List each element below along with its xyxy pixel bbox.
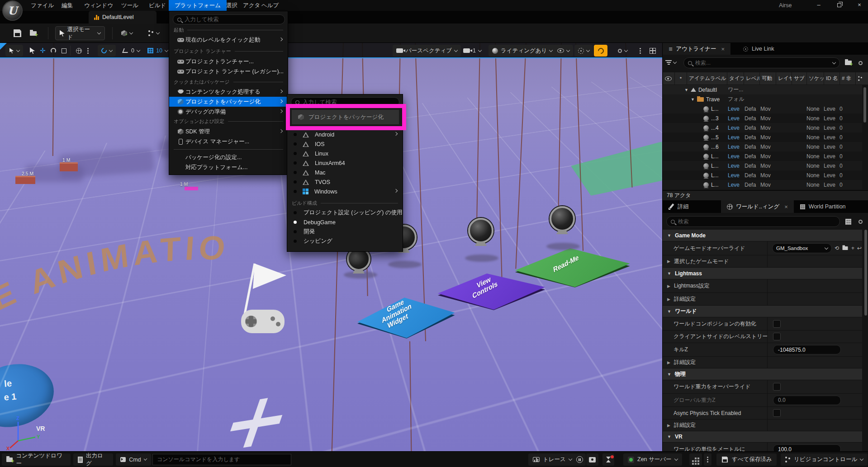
menu-item-supported-platforms[interactable]: 対応プラットフォーム... [169, 162, 288, 172]
platform-target-item[interactable]: Mac [287, 168, 403, 177]
row-selected-game-mode[interactable]: ▶選択したゲームモード [663, 255, 862, 268]
scale-tool[interactable] [58, 45, 70, 57]
platform-target-item[interactable]: Windows [287, 187, 403, 196]
cmd-dropdown[interactable]: Cmd [116, 453, 151, 466]
menu-window[interactable]: ウィンドウ [78, 0, 119, 11]
platform-target-item[interactable]: Linux [287, 149, 403, 158]
outliner-actor-row[interactable]: L... Leve Defa Mov None Leve 0 [663, 170, 862, 180]
client-streaming-checkbox[interactable] [773, 333, 781, 340]
save-button[interactable] [14, 26, 21, 40]
column-sublevel[interactable]: サブ [792, 72, 806, 85]
browse-asset-icon[interactable] [842, 246, 849, 250]
status-more-options[interactable] [704, 453, 711, 466]
blueprints-dropdown[interactable] [148, 26, 159, 40]
column-level[interactable]: レベル [744, 72, 759, 85]
trace-dropdown[interactable]: トレース [528, 453, 576, 466]
row-lightmass-settings[interactable]: ▶Lightmass設定 [663, 279, 862, 293]
maximize-viewport-button[interactable] [646, 45, 659, 57]
platform-target-item[interactable]: TVOS [287, 177, 403, 187]
zen-server-dropdown[interactable]: Zen サーバー [623, 453, 682, 466]
level-tab[interactable]: DefaultLevel [89, 11, 157, 24]
add-icon[interactable]: + [851, 245, 854, 251]
minimize-button[interactable]: – [811, 0, 826, 11]
menu-help[interactable]: ヘルプ [256, 0, 285, 11]
browse-content-button[interactable] [30, 26, 37, 40]
async-physics-checkbox[interactable] [773, 409, 781, 417]
add-actor-dropdown[interactable] [121, 26, 133, 40]
close-icon[interactable]: × [784, 203, 788, 210]
menu-item-prepare-debug[interactable]: デバッグの準備 [169, 107, 288, 117]
gravity-override-checkbox[interactable] [773, 383, 781, 391]
viewport-more-options[interactable] [636, 45, 645, 57]
outliner-settings-button[interactable] [855, 57, 866, 68]
outliner-world-row[interactable]: ▼ DefaultI ワー... [663, 85, 862, 94]
menu-item-package-project[interactable]: プロジェクトをパッケージ化 [169, 97, 288, 107]
column-type[interactable]: タイプ [727, 72, 744, 85]
save-all-button[interactable]: すべて保存済み [716, 453, 777, 466]
column-star[interactable]: * [675, 72, 687, 85]
sphere-actor[interactable] [550, 206, 575, 231]
show-flags-dropdown[interactable] [554, 45, 573, 57]
column-pin[interactable] [856, 72, 868, 85]
tab-world-settings[interactable]: ワールド..ィング × [721, 200, 794, 213]
kill-z-input[interactable]: -1048575.0 [773, 345, 841, 354]
use-selected-icon[interactable]: ⟲ [835, 245, 839, 251]
outliner-add-folder-button[interactable] [843, 57, 854, 68]
menu-file[interactable]: ファイル [25, 0, 60, 11]
screenshot-button[interactable] [586, 453, 598, 466]
angle-snap-dropdown[interactable]: 0 [119, 45, 143, 57]
build-config-item[interactable]: シッピング [287, 236, 403, 246]
pending-tasks-button[interactable] [602, 453, 614, 466]
expand-icon[interactable]: ▼ [684, 88, 688, 92]
pause-insights-button[interactable] [574, 453, 586, 466]
close-button[interactable]: × [852, 0, 867, 11]
category-world[interactable]: ▼ワールド [663, 306, 862, 317]
close-icon[interactable]: × [721, 46, 725, 52]
outliner-scrollbar[interactable] [863, 87, 866, 123]
derived-data-button[interactable] [689, 453, 702, 466]
row-world-advanced[interactable]: ▶詳細設定 [663, 357, 862, 368]
row-type-link[interactable]: Leve [728, 153, 740, 160]
row-type-link[interactable]: Leve [728, 172, 740, 179]
details-search-input[interactable]: 検索 [666, 216, 840, 227]
row-type-link[interactable]: Leve [728, 182, 740, 188]
column-socket[interactable]: ソケッ [807, 72, 824, 85]
row-physics-advanced[interactable]: ▶詳細設定 [663, 420, 862, 431]
console-command-input[interactable]: コンソールコマンドを入力します [152, 454, 291, 465]
column-id-name[interactable]: ID 名 [824, 72, 840, 85]
row-lightmass-advanced[interactable]: ▶詳細設定 [663, 293, 862, 306]
revision-control-dropdown[interactable]: リビジョンコントロール [781, 453, 868, 466]
details-settings-button[interactable] [855, 216, 866, 227]
details-scrollbar[interactable] [864, 230, 867, 316]
reset-icon[interactable]: ↩ [857, 245, 862, 251]
outliner-actor-row[interactable]: L... Leve Defa Mov None Leve 0 [663, 161, 862, 170]
details-display-button[interactable] [843, 216, 854, 227]
tab-live-link[interactable]: Live Link [737, 43, 780, 55]
game-view-dropdown[interactable] [574, 45, 593, 57]
output-log-button[interactable]: 出力ログ [73, 453, 113, 466]
category-lightmass[interactable]: ▼Lightmass [663, 268, 862, 279]
tab-details[interactable]: 詳細 [663, 200, 695, 213]
viewport-settings-dropdown[interactable] [614, 45, 631, 57]
outliner-actor-row[interactable]: L... Leve Defa Mov None Leve 0 [663, 104, 862, 113]
editor-mode-dropdown[interactable]: 選択モード [55, 26, 105, 40]
platform-target-item[interactable]: LinuxArm64 [287, 158, 403, 168]
surface-snapping-dropdown[interactable] [98, 45, 116, 57]
content-drawer-button[interactable]: コンテンツドロワー [2, 453, 71, 466]
build-config-item[interactable]: DebugGame [287, 217, 403, 227]
menu-item-quick-launch[interactable]: 現在のレベルをクイック起動 [169, 35, 288, 45]
global-gravity-input[interactable]: 0.0 [773, 396, 841, 405]
world-composition-checkbox[interactable] [773, 320, 781, 328]
row-type-link[interactable]: Leve [728, 115, 740, 122]
column-item-label[interactable]: アイテムラベル [687, 72, 727, 85]
category-physics[interactable]: ▼物理 [663, 368, 862, 380]
outliner-search-input[interactable]: 検索... [683, 57, 840, 68]
menu-item-cook-content[interactable]: コンテンツをクック処理する [169, 87, 288, 97]
game-mode-override-dropdown[interactable]: GM_Sandbox [772, 243, 832, 253]
menu-item-project-launcher-legacy[interactable]: プロジェクト ランチャー (レガシー)... [169, 66, 288, 76]
platform-target-item[interactable]: Android [287, 130, 403, 139]
platform-read-me[interactable]: Read-Me [510, 245, 632, 291]
menu-edit[interactable]: 編集 [56, 0, 79, 11]
restore-button[interactable] [831, 0, 847, 11]
menu-search-input[interactable]: 入力して検索 [173, 14, 285, 24]
